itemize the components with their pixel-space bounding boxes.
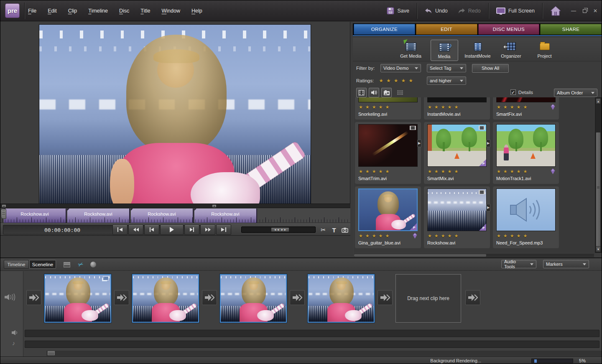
organizer-button[interactable]: ➜ Organizer <box>497 40 525 61</box>
album-order-dropdown[interactable]: Album Order <box>554 89 597 97</box>
restore-button[interactable] <box>583 9 587 13</box>
insert-clip-arrow[interactable] <box>290 290 305 305</box>
menu-item-title[interactable]: Title <box>140 8 150 14</box>
properties-button[interactable] <box>62 260 72 269</box>
scrollbar-thumb[interactable] <box>596 132 601 247</box>
ratings-stars[interactable]: ★★★★★ <box>379 78 416 84</box>
expand-clip-arrow[interactable]: ▶ <box>486 140 490 147</box>
tab-sceneline[interactable]: Sceneline <box>29 260 56 269</box>
redo-button[interactable]: Redo <box>455 6 483 15</box>
scene-clip[interactable] <box>220 274 287 323</box>
rating-stars[interactable]: ★★★★★ <box>359 233 392 239</box>
media-thumbnail[interactable] <box>427 97 487 102</box>
grid-view-button[interactable] <box>395 88 405 97</box>
text-tool-button[interactable]: T <box>330 225 338 234</box>
monitor-zoom-scrollbar[interactable] <box>0 204 350 208</box>
full-screen-button[interactable]: Full Screen <box>494 6 537 16</box>
show-audio-button[interactable] <box>369 88 379 97</box>
shuttle-handle[interactable]: ◄◄►► <box>271 227 289 232</box>
scroll-up-button[interactable]: ▲ <box>596 98 601 104</box>
instantmovie-button[interactable]: InstantMovie <box>464 40 492 61</box>
freeze-frame-button[interactable] <box>341 225 349 234</box>
close-button[interactable]: ✕ <box>593 8 597 14</box>
scene-clip[interactable] <box>44 274 111 323</box>
minimize-button[interactable]: — <box>571 8 576 14</box>
media-thumbnail[interactable] <box>496 124 556 167</box>
media-button[interactable]: ♪ Media <box>431 40 458 61</box>
media-thumbnail[interactable] <box>358 124 418 167</box>
menu-item-edit[interactable]: Edit <box>48 8 57 14</box>
scene-clip[interactable] <box>308 274 375 323</box>
media-thumbnail[interactable]: P <box>427 188 487 231</box>
smart-trim-button[interactable]: ✂ <box>76 260 86 269</box>
rating-stars[interactable]: ★★★★★ <box>428 233 461 239</box>
media-item[interactable]: ★★★★★ Need_For_Speed.mp3 <box>493 186 559 248</box>
media-item[interactable]: ★★★★★ Snorkeling.avi <box>355 97 421 120</box>
step-forward-button[interactable] <box>184 224 199 235</box>
media-thumbnail[interactable]: P <box>358 188 418 231</box>
rating-stars[interactable]: ★★★★★ <box>359 104 392 110</box>
video-preview[interactable] <box>39 24 311 222</box>
select-tag-dropdown[interactable]: Select Tag <box>427 64 466 72</box>
insert-clip-arrow[interactable] <box>114 290 129 305</box>
tab-organize[interactable]: ORGANIZE <box>354 24 415 35</box>
menu-item-timeline[interactable]: Timeline <box>88 8 108 14</box>
audio-tools-dropdown[interactable]: Audio Tools <box>501 260 536 268</box>
menu-item-clip[interactable]: Clip <box>68 8 77 14</box>
tab-edit[interactable]: EDIT <box>416 24 477 35</box>
markers-dropdown[interactable]: Markers <box>543 260 589 268</box>
show-video-button[interactable] <box>356 88 367 97</box>
media-thumbnail[interactable] <box>496 97 556 102</box>
insert-clip-arrow[interactable] <box>26 290 41 305</box>
and-higher-dropdown[interactable]: and higher <box>427 76 466 85</box>
project-button[interactable]: Project <box>531 40 559 61</box>
insert-clip-arrow[interactable] <box>378 290 393 305</box>
scene-clip[interactable] <box>132 274 199 323</box>
motion-tracking-button[interactable] <box>88 260 98 269</box>
tab-timeline[interactable]: Timeline <box>4 260 29 269</box>
insert-clip-arrow[interactable] <box>465 290 480 305</box>
media-thumbnail[interactable]: P <box>427 124 487 167</box>
scrollbar-thumb[interactable] <box>48 351 55 355</box>
insert-clip-arrow[interactable] <box>202 290 217 305</box>
details-checkbox[interactable]: ✓ Details <box>510 89 533 95</box>
zoom-handle-left[interactable] <box>2 204 6 208</box>
fast-forward-button[interactable] <box>200 224 215 235</box>
rating-stars[interactable]: ★★★★★ <box>428 104 461 110</box>
expand-clip-arrow[interactable]: ▶ <box>486 204 490 211</box>
media-scrollbar[interactable]: ▲ ▼ <box>595 97 602 253</box>
media-item[interactable]: ★★★★★ SmartFix.avi <box>493 97 559 120</box>
show-all-button[interactable]: Show All <box>472 64 509 73</box>
media-item[interactable]: ★★★★★ MotionTrack1.avi <box>493 122 559 184</box>
media-thumbnail[interactable] <box>358 97 418 102</box>
split-clip-button[interactable]: ✂ <box>319 225 327 234</box>
expand-clip-arrow[interactable]: ▶ <box>417 140 421 147</box>
media-item[interactable]: P ★★★★★ Gina_guitar_blue.avi <box>355 186 421 248</box>
step-back-button[interactable] <box>144 224 159 235</box>
save-button[interactable]: Save <box>384 5 412 16</box>
scroll-down-button[interactable]: ▼ <box>596 246 601 252</box>
zoom-handle-right[interactable] <box>212 204 217 208</box>
undo-button[interactable]: Undo <box>422 6 450 15</box>
media-hscrollbar[interactable] <box>354 254 594 257</box>
rewind-button[interactable] <box>128 224 143 235</box>
rating-stars[interactable]: ★★★★★ <box>497 169 530 174</box>
home-button[interactable] <box>548 4 564 18</box>
tab-disc-menus[interactable]: DISC MENUS <box>478 24 540 35</box>
menu-item-file[interactable]: File <box>28 8 36 14</box>
narration-track[interactable] <box>25 330 599 337</box>
media-item[interactable]: ★★★★★ InstantMovie.avi <box>424 97 490 120</box>
media-thumbnail[interactable] <box>496 188 556 231</box>
menu-item-disc[interactable]: Disc <box>119 8 129 14</box>
drop-zone[interactable]: Drag next clip here <box>395 274 461 323</box>
narration-icon[interactable] <box>11 330 19 336</box>
menu-item-window[interactable]: Window <box>162 8 180 14</box>
rating-stars[interactable]: ★★★★★ <box>359 169 392 174</box>
play-button[interactable] <box>160 224 184 235</box>
rating-stars[interactable]: ★★★★★ <box>428 169 461 174</box>
current-time-indicator[interactable] <box>1 209 6 219</box>
menu-item-help[interactable]: Help <box>191 8 202 14</box>
rating-stars[interactable]: ★★★★★ <box>497 233 530 239</box>
music-note-icon[interactable]: ♪ <box>12 340 15 346</box>
tab-share[interactable]: SHARE <box>540 24 602 35</box>
